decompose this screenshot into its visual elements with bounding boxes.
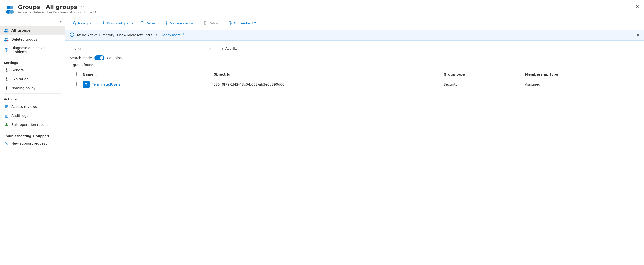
refresh-icon	[140, 21, 144, 26]
sidebar-label-bulk-operations: Bulk operation results	[12, 123, 48, 127]
delete-button[interactable]: Delete	[200, 20, 221, 27]
troubleshooting-divider	[4, 130, 60, 130]
banner-link-label: Learn more	[162, 33, 180, 37]
deleted-groups-icon	[4, 37, 9, 42]
svg-point-25	[6, 123, 7, 125]
row-object-id-cell: 53640f79-1f42-43c0-b662-ab3e0d390d60	[210, 79, 441, 90]
sidebar-item-general[interactable]: General	[0, 66, 64, 75]
banner-info-icon	[70, 33, 74, 38]
sidebar-item-bulk-operations[interactable]: Bulk operation results	[0, 120, 64, 129]
svg-point-30	[74, 22, 75, 23]
download-groups-button[interactable]: Download groups	[98, 20, 136, 27]
svg-point-3	[9, 10, 14, 14]
refresh-button[interactable]: Refresh	[137, 20, 160, 27]
banner-text: Azure Active Directory is now Microsoft …	[77, 33, 634, 37]
add-filter-label: Add filter	[226, 47, 239, 50]
col-membership-type-label: Membership type	[525, 72, 558, 76]
sidebar-item-naming-policy[interactable]: Naming policy	[0, 84, 64, 93]
manage-view-label: Manage view	[170, 22, 190, 25]
delete-label: Delete	[208, 22, 218, 25]
toggle-slider	[94, 55, 104, 60]
download-groups-label: Download groups	[107, 22, 133, 25]
audit-logs-icon	[4, 113, 9, 118]
delete-icon	[203, 21, 207, 26]
external-link-icon	[181, 33, 184, 37]
manage-view-button[interactable]: Manage view ▾	[162, 20, 196, 27]
group-name-container: T TerminatedUsers	[83, 81, 208, 88]
feedback-icon	[228, 21, 232, 26]
manage-view-icon	[164, 21, 168, 26]
svg-point-33	[166, 23, 167, 24]
close-button[interactable]: ✕	[635, 4, 639, 10]
sidebar-collapse-area: «	[0, 19, 64, 26]
general-icon	[4, 68, 9, 73]
sidebar-item-access-reviews[interactable]: Access reviews	[0, 102, 64, 111]
sidebar-label-diagnose: Diagnose and solve problems	[12, 46, 60, 54]
bulk-operations-icon	[4, 122, 9, 127]
header-ellipsis-btn[interactable]: ···	[79, 5, 84, 10]
row-checkbox[interactable]	[73, 82, 77, 86]
svg-point-28	[6, 125, 7, 126]
search-input[interactable]	[78, 47, 208, 51]
svg-point-0	[7, 6, 10, 9]
group-avatar: T	[83, 81, 90, 88]
sidebar-item-new-support[interactable]: New support request	[0, 139, 64, 148]
access-reviews-icon	[4, 104, 9, 109]
page-header: Groups | All groups ··· Asociatia Flutur…	[0, 0, 644, 17]
activity-divider	[4, 94, 60, 94]
search-row: ✕ Add filter	[70, 45, 639, 52]
svg-point-38	[230, 22, 231, 23]
settings-section-label: Settings	[0, 58, 64, 66]
troubleshooting-section-label: Troubleshooting + Support	[0, 131, 64, 139]
search-mode-value: Contains	[107, 56, 122, 60]
feedback-label: Got feedback?	[234, 22, 256, 25]
row-group-type-cell: Security	[441, 79, 522, 90]
banner-learn-more-link[interactable]: Learn more	[162, 33, 184, 37]
col-group-type-label: Group type	[444, 72, 465, 76]
search-mode-toggle[interactable]	[94, 55, 104, 60]
refresh-label: Refresh	[146, 22, 157, 25]
search-clear-button[interactable]: ✕	[208, 47, 212, 51]
page-title: Groups | All groups ···	[18, 4, 96, 10]
sidebar-item-audit-logs[interactable]: Audit logs	[0, 111, 64, 120]
row-checkbox-cell	[70, 79, 80, 90]
sidebar-item-expiration[interactable]: Expiration	[0, 75, 64, 84]
collapse-sidebar-button[interactable]: «	[60, 20, 62, 24]
all-groups-icon	[4, 28, 9, 33]
sidebar-label-expiration: Expiration	[12, 77, 29, 81]
sidebar-item-all-groups[interactable]: All groups	[0, 26, 64, 35]
main-content: New group Download groups Refresh Manage…	[65, 17, 644, 265]
svg-point-1	[10, 6, 13, 9]
avatar-letter: T	[85, 83, 88, 86]
main-layout: « All groups Deleted groups Diagnose and…	[0, 17, 644, 265]
col-name-label: Name	[83, 72, 94, 76]
svg-point-40	[72, 33, 72, 34]
sidebar-label-general: General	[12, 68, 25, 72]
svg-point-8	[5, 38, 7, 40]
sidebar-label-audit-logs: Audit logs	[12, 114, 28, 118]
new-group-icon	[73, 21, 77, 26]
header-membership-type: Membership type	[522, 70, 639, 79]
feedback-button[interactable]: Got feedback?	[226, 20, 259, 27]
select-all-checkbox[interactable]	[73, 72, 77, 76]
sidebar-item-deleted-groups[interactable]: Deleted groups	[0, 35, 64, 44]
col-object-id-label: Object Id	[214, 72, 231, 76]
row-membership-type-cell: Assigned	[522, 79, 639, 90]
search-box-container: ✕	[70, 45, 214, 52]
banner-close-button[interactable]: ×	[637, 33, 639, 37]
sidebar-label-deleted-groups: Deleted groups	[12, 37, 37, 41]
svg-rect-34	[204, 22, 206, 25]
sidebar-item-diagnose[interactable]: Diagnose and solve problems	[0, 44, 64, 56]
svg-point-4	[5, 29, 7, 31]
row-name-cell: T TerminatedUsers	[80, 79, 210, 90]
search-mode-label: Search mode	[70, 56, 92, 60]
page-title-text: Groups | All groups	[18, 4, 77, 10]
add-filter-button[interactable]: Add filter	[217, 45, 242, 52]
table-row: T TerminatedUsers 53640f79-1f42-43c0-b66…	[70, 79, 639, 90]
toolbar-separator-2	[223, 21, 224, 27]
name-sort-icon[interactable]: ↕	[96, 73, 98, 76]
content-area: ✕ Add filter Search mode Contains	[65, 41, 644, 265]
svg-point-15	[6, 70, 7, 71]
group-name-link[interactable]: TerminatedUsers	[92, 82, 120, 86]
new-group-button[interactable]: New group	[70, 20, 98, 27]
